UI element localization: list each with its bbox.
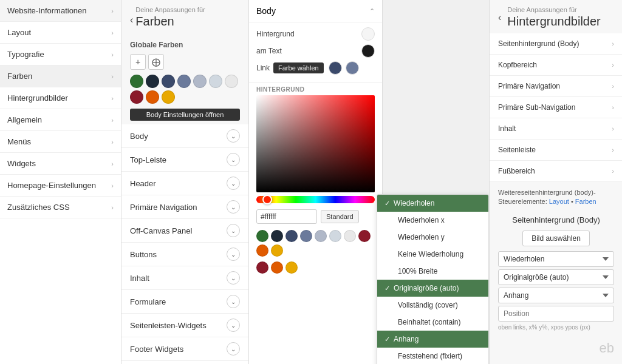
check-icon: ✓ <box>384 200 390 207</box>
rp-section-item[interactable]: Fußbereich› <box>490 161 622 182</box>
cp-swatch-1[interactable] <box>271 230 283 242</box>
rp-separator: • <box>571 198 575 205</box>
rp-select-3[interactable]: Anhang <box>498 288 614 303</box>
dropdown-item[interactable]: Beinhaltet (contain) <box>377 314 488 331</box>
rp-section-item[interactable]: Seitenleiste› <box>490 140 622 161</box>
move-color-button[interactable]: ⨁ <box>148 54 164 70</box>
dropdown-item[interactable]: Keine Wiederholung <box>377 246 488 263</box>
dropdown-item[interactable]: Vollständig (cover) <box>377 297 488 314</box>
dropdown-item[interactable]: Feststehend (fixiert) <box>377 348 488 364</box>
hue-slider[interactable] <box>256 196 375 203</box>
cp-swatch-dark-red[interactable] <box>256 261 268 274</box>
color-gradient[interactable] <box>256 95 375 192</box>
standard-button[interactable]: Standard <box>321 210 359 223</box>
sidebar-item[interactable]: Allgemein› <box>0 109 121 131</box>
cp-swatch-6[interactable] <box>344 230 356 242</box>
rp-farben-link[interactable]: Farben <box>575 198 596 205</box>
section-label: Primäre Navigation <box>130 203 197 212</box>
dropdown-item-label: Wiederholen x <box>398 216 445 224</box>
rp-position-input[interactable] <box>498 306 614 322</box>
dropdown-item[interactable]: Wiederholen x <box>377 212 488 229</box>
middle-swatch-3[interactable] <box>177 75 191 88</box>
sidebar-item[interactable]: Widgets› <box>0 153 121 175</box>
middle-swatch-6[interactable] <box>225 75 238 88</box>
cp-link-circle1[interactable] <box>329 61 342 75</box>
middle-section-item[interactable]: Primäre Navigation⌄ <box>121 195 248 219</box>
sidebar-item[interactable]: Layout› <box>0 22 121 44</box>
cp-swatch-7[interactable] <box>358 230 371 242</box>
middle-section-item[interactable]: Footer Widgets⌄ <box>121 337 248 361</box>
middle-section-item[interactable]: Top-Leiste⌄ <box>121 148 248 172</box>
rp-section-item[interactable]: Inhalt› <box>490 118 622 140</box>
dropdown-item[interactable]: ✓Wiederholen <box>377 195 488 212</box>
sidebar-item[interactable]: Zusätzliches CSS› <box>0 197 121 218</box>
middle-section-item[interactable]: Inhalt⌄ <box>121 266 248 290</box>
cp-link-circle2[interactable] <box>346 61 359 75</box>
middle-section-item[interactable]: Body⌄ <box>121 124 248 148</box>
cp-amtext-circle[interactable] <box>361 44 375 58</box>
middle-section-item[interactable]: Header⌄ <box>121 172 248 195</box>
cp-swatch-5[interactable] <box>329 230 341 242</box>
middle-swatch-5[interactable] <box>209 75 222 88</box>
cp-background-label: Hintergrund <box>256 30 295 38</box>
sidebar-item[interactable]: Farben› <box>0 66 121 87</box>
dropdown-item-label: Originalgröße (auto) <box>394 284 459 292</box>
cp-swatch-9[interactable] <box>271 244 283 257</box>
rp-back-button[interactable]: ‹ <box>498 12 501 23</box>
middle-panel: ‹ Deine Anpassungen für Farben Globale F… <box>121 0 249 364</box>
rp-section-label: Fußbereich <box>498 167 535 175</box>
rp-section-item[interactable]: Primäre Sub-Navigation› <box>490 97 622 118</box>
sidebar-item-label: Allgemein <box>7 115 42 124</box>
cp-swatch-4[interactable] <box>315 230 327 242</box>
dropdown-circle-icon: ⌄ <box>227 129 240 143</box>
cp-swatch-2[interactable] <box>285 230 298 242</box>
middle-swatch-1[interactable] <box>146 75 159 88</box>
cp-choose-button[interactable]: Farbe wählen <box>273 62 324 73</box>
middle-section-item[interactable]: Fußzeile⌄ <box>121 361 248 364</box>
cp-swatch-0[interactable] <box>256 230 268 242</box>
dropdown-circle-icon: ⌄ <box>227 248 240 261</box>
dropdown-item-label: Wiederholen y <box>398 233 445 241</box>
cp-swatch-3[interactable] <box>300 230 312 242</box>
cp-bg-circle[interactable] <box>361 27 375 41</box>
hex-input[interactable] <box>256 209 317 224</box>
dropdown-item[interactable]: ✓Originalgröße (auto) <box>377 280 488 297</box>
rp-layout-link[interactable]: Layout <box>549 198 569 205</box>
middle-swatch-0[interactable] <box>130 75 143 88</box>
middle-section-item[interactable]: Off-Canvas Panel⌄ <box>121 219 248 243</box>
middle-section-item[interactable]: Buttons⌄ <box>121 243 248 266</box>
dropdown-item[interactable]: Wiederholen y <box>377 229 488 246</box>
cp-swatch-orange[interactable] <box>271 261 283 274</box>
sidebar-item[interactable]: Menüs› <box>0 131 121 153</box>
rp-section-item[interactable]: Kopfbereich› <box>490 55 622 76</box>
sidebar-item[interactable]: Typografie› <box>0 44 121 66</box>
rp-select-1[interactable]: Wiederholen <box>498 251 614 267</box>
chevron-right-icon: › <box>111 73 114 80</box>
rp-section-label: Seitenhintergrund (Body) <box>498 39 579 48</box>
sidebar-item[interactable]: Website-Informationen› <box>0 0 121 22</box>
middle-section-item[interactable]: Formulare⌄ <box>121 290 248 314</box>
cp-background-row: Hintergrund <box>256 27 375 41</box>
sidebar-item[interactable]: Homepage-Einstellungen› <box>0 175 121 197</box>
sidebar-item[interactable]: Hintergrundbilder› <box>0 87 121 109</box>
middle-swatch-4[interactable] <box>193 75 207 88</box>
rp-section-item[interactable]: Seitenhintergrund (Body)› <box>490 33 622 55</box>
cp-swatch-yellow[interactable] <box>285 261 298 274</box>
add-color-button[interactable]: + <box>130 54 146 70</box>
dropdown-item[interactable]: 100% Breite <box>377 263 488 280</box>
back-button[interactable]: ‹ <box>130 15 133 25</box>
dropdown-item[interactable]: ✓Anhang <box>377 331 488 348</box>
middle-swatch-7[interactable] <box>130 90 143 104</box>
check-icon: ✓ <box>384 285 390 292</box>
cp-swatch-8[interactable] <box>256 244 268 257</box>
middle-swatch-9[interactable] <box>162 90 175 104</box>
rp-choose-button[interactable]: Bild auswählen <box>522 231 590 246</box>
hue-thumb[interactable] <box>262 195 272 204</box>
rp-section-item[interactable]: Primäre Navigation› <box>490 76 622 97</box>
middle-panel-title: Farben <box>135 15 205 29</box>
middle-swatch-8[interactable] <box>146 90 159 104</box>
middle-section-item[interactable]: Seitenleisten-Widgets⌄ <box>121 314 248 337</box>
section-label: Formulare <box>130 297 166 306</box>
middle-swatch-2[interactable] <box>162 75 175 88</box>
rp-select-2[interactable]: Originalgröße (auto) <box>498 269 614 285</box>
